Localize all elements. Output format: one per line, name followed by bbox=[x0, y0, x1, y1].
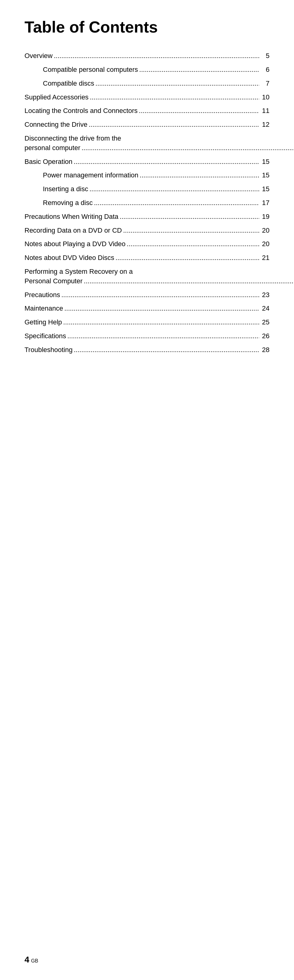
toc-label-precautions: Precautions bbox=[24, 290, 60, 300]
toc-dots-removing-disc bbox=[94, 198, 259, 208]
toc-label-specifications: Specifications bbox=[24, 331, 66, 341]
toc-page-troubleshooting: 28 bbox=[260, 345, 270, 355]
toc-page-basic-operation: 15 bbox=[260, 157, 270, 167]
toc-label-compatible-discs: Compatible discs bbox=[43, 79, 94, 88]
toc-page-locating-controls: 11 bbox=[260, 106, 270, 116]
toc-dots-locating-controls bbox=[139, 106, 259, 116]
toc-dots-specifications bbox=[67, 331, 259, 341]
toc-page-overview: 5 bbox=[260, 51, 270, 61]
toc-page-removing-disc: 17 bbox=[260, 198, 270, 208]
toc-dots-connecting-drive bbox=[89, 120, 259, 129]
toc-dots-compatible-discs bbox=[96, 79, 259, 88]
toc-label-disconnecting-line1: Disconnecting the drive from the bbox=[24, 134, 294, 143]
toc-page-power-management: 15 bbox=[260, 171, 270, 180]
toc-list: Overview 5 Compatible personal computers… bbox=[24, 51, 270, 355]
toc-dots-notes-dvd-discs bbox=[115, 253, 259, 263]
toc-label-locating-controls: Locating the Controls and Connectors bbox=[24, 106, 138, 116]
toc-item-compatible-discs: Compatible discs 7 bbox=[24, 79, 270, 88]
toc-label-notes-dvd-discs: Notes about DVD Video Discs bbox=[24, 253, 114, 263]
toc-item-getting-help: Getting Help 25 bbox=[24, 318, 270, 327]
toc-label-troubleshooting: Troubleshooting bbox=[24, 345, 73, 355]
toc-dots-getting-help bbox=[63, 318, 259, 327]
toc-dots-system-recovery bbox=[84, 277, 294, 286]
toc-label-connecting-drive: Connecting the Drive bbox=[24, 120, 87, 129]
toc-label-system-recovery-line2: Personal Computer bbox=[24, 277, 83, 286]
toc-item-supplied-accessories: Supplied Accessories 10 bbox=[24, 93, 270, 102]
toc-dots-basic-operation bbox=[74, 157, 259, 167]
toc-label-removing-disc: Removing a disc bbox=[43, 198, 93, 208]
toc-item-overview: Overview 5 bbox=[24, 51, 270, 61]
toc-dots-recording-data bbox=[123, 226, 259, 235]
toc-dots-disconnecting bbox=[81, 143, 294, 153]
page-number: 4 bbox=[24, 955, 29, 965]
toc-page-supplied-accessories: 10 bbox=[260, 93, 270, 102]
toc-label-maintenance: Maintenance bbox=[24, 304, 63, 313]
toc-label-getting-help: Getting Help bbox=[24, 318, 62, 327]
toc-item-disconnecting-drive: Disconnecting the drive from the persona… bbox=[24, 134, 270, 153]
toc-item-notes-dvd-discs: Notes about DVD Video Discs 21 bbox=[24, 253, 270, 263]
toc-label-inserting-disc: Inserting a disc bbox=[43, 185, 88, 194]
toc-page-maintenance: 24 bbox=[260, 304, 270, 313]
page-title: Table of Contents bbox=[24, 18, 270, 36]
toc-item-connecting-drive: Connecting the Drive 12 bbox=[24, 120, 270, 129]
toc-dots-power-management bbox=[140, 171, 259, 180]
toc-dots-notes-playing bbox=[127, 239, 259, 249]
toc-page-precautions-writing: 19 bbox=[260, 212, 270, 221]
toc-item-troubleshooting: Troubleshooting 28 bbox=[24, 345, 270, 355]
toc-label-basic-operation: Basic Operation bbox=[24, 157, 73, 167]
page-container: Table of Contents Overview 5 Compatible … bbox=[0, 0, 294, 980]
toc-page-precautions: 23 bbox=[260, 290, 270, 300]
page-footer: 4 GB bbox=[24, 955, 38, 965]
toc-item-power-management: Power management information 15 bbox=[24, 171, 270, 180]
toc-item-precautions-writing: Precautions When Writing Data 19 bbox=[24, 212, 270, 221]
toc-label-compatible-computers: Compatible personal computers bbox=[43, 65, 138, 75]
toc-dots-overview bbox=[54, 51, 259, 61]
toc-item-recording-data: Recording Data on a DVD or CD 20 bbox=[24, 226, 270, 235]
toc-item-locating-controls: Locating the Controls and Connectors 11 bbox=[24, 106, 270, 116]
toc-dots-precautions bbox=[61, 290, 259, 300]
toc-dots-supplied-accessories bbox=[90, 93, 259, 102]
toc-page-getting-help: 25 bbox=[260, 318, 270, 327]
toc-page-inserting-disc: 15 bbox=[260, 185, 270, 194]
toc-label-overview: Overview bbox=[24, 51, 53, 61]
toc-label-supplied-accessories: Supplied Accessories bbox=[24, 93, 89, 102]
toc-item-notes-playing: Notes about Playing a DVD Video 20 bbox=[24, 239, 270, 249]
toc-label-precautions-writing: Precautions When Writing Data bbox=[24, 212, 119, 221]
toc-item-compatible-computers: Compatible personal computers 6 bbox=[24, 65, 270, 75]
toc-item-maintenance: Maintenance 24 bbox=[24, 304, 270, 313]
page-number-suffix: GB bbox=[31, 958, 38, 964]
toc-page-specifications: 26 bbox=[260, 331, 270, 341]
toc-item-basic-operation: Basic Operation 15 bbox=[24, 157, 270, 167]
toc-label-power-management: Power management information bbox=[43, 171, 138, 180]
toc-page-compatible-discs: 7 bbox=[260, 79, 270, 88]
toc-item-precautions: Precautions 23 bbox=[24, 290, 270, 300]
toc-page-notes-dvd-discs: 21 bbox=[260, 253, 270, 263]
toc-label-recording-data: Recording Data on a DVD or CD bbox=[24, 226, 122, 235]
toc-page-notes-playing: 20 bbox=[260, 239, 270, 249]
toc-dots-maintenance bbox=[64, 304, 259, 313]
toc-page-connecting-drive: 12 bbox=[260, 120, 270, 129]
toc-label-notes-playing: Notes about Playing a DVD Video bbox=[24, 239, 126, 249]
toc-page-compatible-computers: 6 bbox=[260, 65, 270, 75]
toc-label-system-recovery-line1: Performing a System Recovery on a bbox=[24, 267, 294, 277]
toc-item-removing-disc: Removing a disc 17 bbox=[24, 198, 270, 208]
toc-item-system-recovery: Performing a System Recovery on a Person… bbox=[24, 267, 270, 286]
toc-label-disconnecting-line2: personal computer bbox=[24, 143, 80, 153]
toc-dots-troubleshooting bbox=[74, 345, 259, 355]
toc-page-recording-data: 20 bbox=[260, 226, 270, 235]
toc-dots-inserting-disc bbox=[89, 185, 259, 194]
toc-item-inserting-disc: Inserting a disc 15 bbox=[24, 185, 270, 194]
toc-dots-compatible-computers bbox=[139, 65, 259, 75]
toc-item-specifications: Specifications 26 bbox=[24, 331, 270, 341]
toc-dots-precautions-writing bbox=[120, 212, 259, 221]
